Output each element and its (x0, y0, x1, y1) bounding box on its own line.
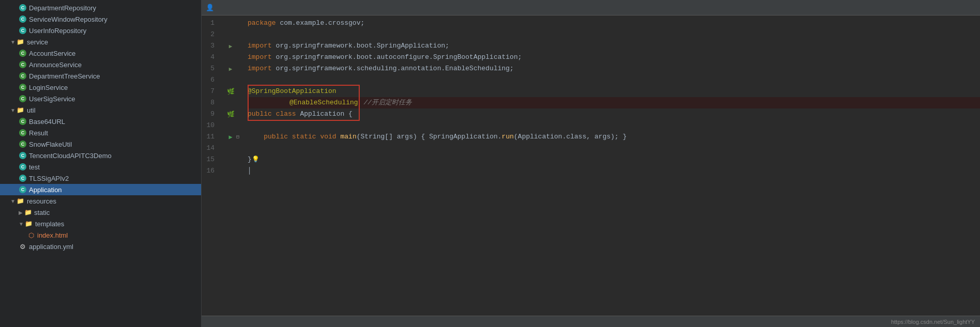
code-text (360, 97, 364, 108)
tree-item-test[interactable]: C test (0, 161, 201, 173)
gutter-cell-15 (225, 154, 236, 165)
tree-label: UserInfoRepository (29, 27, 86, 35)
gutter-cell-2 (225, 29, 236, 40)
editor-panel: 👤 1 2 3 4 5 6 7 8 9 10 11 14 15 16 ▶ (202, 0, 980, 327)
tree-label: TencentCloudAPITC3Demo (29, 152, 112, 160)
tree-item-tencent[interactable]: C TencentCloudAPITC3Demo (0, 150, 201, 161)
tree-item-announce-service[interactable]: C AnnounceService (0, 59, 201, 70)
gutter: ▶ ▶ 🌿 🌿 ▶ (225, 15, 236, 316)
run-button[interactable]: ▶ (228, 133, 232, 141)
folder-icon: 📁 (17, 106, 25, 114)
annotation-enable-scheduling: @EnableScheduling (289, 99, 358, 106)
tree-item-account-service[interactable]: C AccountService (0, 48, 201, 59)
keyword-class: class (276, 108, 296, 120)
code-text: ( (514, 131, 518, 143)
tree-item-dept-tree-service[interactable]: C DepartmentTreeService (0, 70, 201, 82)
tree-item-dept-repo[interactable]: C DepartmentRepository (0, 2, 201, 13)
keyword-public: public (248, 108, 272, 120)
cursor-bar: │ (248, 165, 252, 177)
circle-c-icon: C (19, 117, 27, 126)
tree-label: util (27, 106, 36, 114)
keyword-import: import (248, 40, 272, 52)
tree-item-usersig-service[interactable]: C UserSigService (0, 93, 201, 104)
gutter-cell-7: 🌿 (225, 86, 236, 97)
circle-c-icon: C (19, 60, 27, 69)
code-text (272, 108, 276, 120)
tree-item-userinfo-repo[interactable]: C UserInfoRepository (0, 25, 201, 36)
code-text (336, 131, 341, 143)
circle-c-icon: C (19, 72, 27, 80)
code-line-14 (248, 143, 980, 154)
code-text: { (344, 108, 353, 120)
tree-label: AccountService (29, 50, 75, 57)
tree-item-index-html[interactable]: ⬡ index.html (0, 229, 201, 241)
tree-item-tlssig[interactable]: C TLSSigAPIv2 (0, 173, 201, 184)
person-icon: 👤 (206, 4, 214, 12)
tree-item-snowflake[interactable]: C SnowFlakeUtil (0, 138, 201, 150)
class-name-application: Application (300, 108, 344, 120)
gutter-cell-1 (225, 18, 236, 29)
editor-header: 👤 (202, 0, 980, 15)
gutter-cell-8 (225, 97, 236, 108)
bulb-icon: 💡 (252, 154, 259, 165)
code-line-6 (248, 74, 980, 86)
tree-label: test (29, 163, 40, 171)
code-text (248, 120, 252, 131)
code-text: } (248, 154, 252, 165)
folder-icon: 📁 (17, 38, 25, 46)
code-text: ; (518, 52, 522, 63)
tree-item-util-folder[interactable]: ▼ 📁 util (0, 104, 201, 116)
tree-label: LoginService (29, 84, 68, 91)
spring-run-icon: 🌿 (227, 111, 235, 118)
spring-bean-icon: 🌿 (227, 88, 235, 96)
code-text (248, 74, 252, 86)
code-line-10 (248, 120, 980, 131)
tree-item-login-service[interactable]: C LoginService (0, 82, 201, 93)
class-application-ref: Application (518, 131, 562, 143)
tree-item-static-folder[interactable]: ▶ 📁 static (0, 207, 201, 218)
keyword-public: public (264, 131, 288, 143)
fold-icon[interactable]: ▶ (229, 43, 233, 50)
fold-icon-2[interactable]: ▶ (229, 66, 233, 72)
gutter-cell-14 (225, 143, 236, 154)
fold-bracket-icon[interactable]: ⊟ (236, 134, 239, 140)
circle-c-icon: C (19, 49, 27, 57)
circle-c-icon: C (19, 15, 27, 23)
keyword-import: import (248, 63, 272, 74)
code-line-8: @EnableScheduling //开启定时任务 (248, 97, 980, 108)
tree-item-base64url[interactable]: C Base64URL (0, 116, 201, 127)
gutter-cell-9: 🌿 (225, 108, 236, 120)
tree-item-service-folder[interactable]: ▼ 📁 service (0, 36, 201, 48)
gutter-cell-16 (225, 165, 236, 177)
tree-item-templates-folder[interactable]: ▼ 📁 templates (0, 218, 201, 229)
tree-label: DepartmentTreeService (29, 72, 100, 80)
code-text: org.springframework.boot. (272, 40, 377, 52)
code-area: 1 2 3 4 5 6 7 8 9 10 11 14 15 16 ▶ ▶ (202, 15, 980, 316)
tree-label: service (27, 38, 48, 46)
code-text: ( (357, 131, 361, 143)
circle-c-icon: C (19, 140, 27, 148)
code-text (248, 131, 264, 143)
tree-item-result[interactable]: C Result (0, 127, 201, 138)
code-text (248, 29, 252, 40)
status-bar: https://blog.csdn.net/Sun_lightYY (202, 316, 980, 327)
tree-item-application[interactable]: C Application (0, 184, 201, 195)
tree-item-application-yml[interactable]: ⚙ application.yml (0, 241, 201, 252)
code-text: . (498, 131, 502, 143)
folder-icon: 📁 (25, 220, 33, 228)
fold-column: ⊟ (236, 15, 243, 316)
class-spring-app: SpringApplication (429, 131, 498, 143)
code-text (248, 143, 252, 154)
circle-c-icon: C (19, 4, 27, 12)
tree-label: UserSigService (29, 95, 75, 103)
arrow-icon: ▼ (19, 221, 24, 227)
code-text (296, 108, 300, 120)
code-content[interactable]: package com.example.crossgov; import org… (243, 15, 980, 316)
tree-item-resources-folder[interactable]: ▼ 📁 resources (0, 195, 201, 207)
class-name: EnableScheduling (445, 63, 510, 74)
folder-icon: 📁 (17, 197, 25, 205)
keyword-package: package (248, 18, 276, 29)
yml-file-icon: ⚙ (19, 242, 27, 251)
tree-label: SnowFlakeUtil (29, 141, 72, 148)
tree-item-service-window-repo[interactable]: C ServiceWindowRepository (0, 13, 201, 25)
